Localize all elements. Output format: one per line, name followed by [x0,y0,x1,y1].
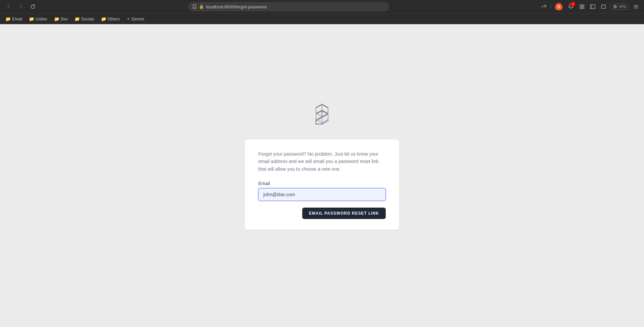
folder-icon: 📁 [5,16,11,21]
bookmark-button[interactable] [192,4,197,9]
address-text: localhost:8000/forgot-password [206,4,385,9]
svg-rect-3 [582,7,584,9]
sidebar-button[interactable] [589,3,597,11]
bookmark-gemini-label: Gemini [131,17,144,21]
bookmark-socials-label: Socials [81,17,94,21]
lock-icon: 🔒 [199,4,204,9]
submit-button[interactable]: EMAIL PASSWORD RESET LINK [302,208,386,219]
back-button[interactable] [4,3,13,11]
reload-button[interactable] [28,3,38,11]
folder-icon: 📁 [54,16,59,21]
browser-chrome: 🔒 localhost:8000/forgot-password B [0,0,644,24]
bookmarks-bar: 📁 Email 📁 Uniten 📁 Dev 📁 Socials 📁 Other… [0,13,644,24]
svg-rect-5 [601,5,605,8]
svg-rect-1 [582,5,584,6]
divider [551,4,551,9]
email-form-group: Email [258,181,386,201]
browser-actions: B 1 [540,2,640,12]
page-content: Forgot your password? No problem. Just l… [0,24,644,327]
svg-rect-2 [580,7,582,9]
laravel-logo [309,101,335,129]
bookmark-dev-label: Dev [61,17,68,21]
forward-button[interactable] [16,3,25,11]
folder-icon: 📁 [29,16,34,21]
notification-bell-icon: 1 [568,3,574,10]
address-bar[interactable]: 🔒 localhost:8000/forgot-password [188,2,389,11]
extensions-button[interactable] [578,3,586,11]
notification-button[interactable]: 1 [567,2,575,12]
email-input[interactable] [258,188,386,201]
share-button[interactable] [540,3,548,11]
browser-titlebar: 🔒 localhost:8000/forgot-password B [0,0,644,13]
brave-shield-icon: B [555,3,562,10]
gemini-star-icon: ✦ [126,16,130,21]
bookmark-gemini[interactable]: ✦ Gemini [124,15,147,22]
bookmark-socials[interactable]: 📁 Socials [72,15,97,22]
bookmark-dev[interactable]: 📁 Dev [51,15,70,22]
notification-badge: 1 [571,2,575,6]
email-label: Email [258,181,386,186]
screenshot-button[interactable] [599,3,607,11]
brave-shield-button[interactable]: B [554,2,564,12]
bookmark-others-label: Others [108,17,120,21]
folder-icon: 📁 [74,16,80,21]
bookmark-email-label: Email [12,17,22,21]
menu-button[interactable] [632,3,640,11]
vpn-button[interactable]: VPN [610,4,629,10]
bookmark-email[interactable]: 📁 Email [3,15,25,22]
bookmark-uniten[interactable]: 📁 Uniten [26,15,50,22]
card-description: Forgot your password? No problem. Just l… [258,150,386,173]
svg-rect-0 [580,5,582,6]
forgot-password-card: Forgot your password? No problem. Just l… [245,140,399,230]
bookmark-uniten-label: Uniten [36,17,47,21]
folder-icon: 📁 [101,16,106,21]
bookmark-others[interactable]: 📁 Others [98,15,122,22]
svg-rect-4 [590,5,595,9]
